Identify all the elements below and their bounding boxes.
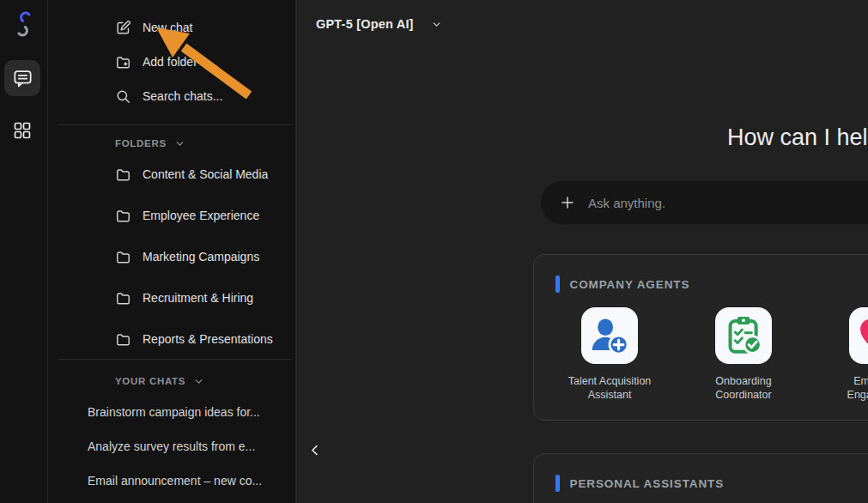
chat-title: Brainstorm campaign ideas for...	[88, 405, 260, 419]
folder-label: Employee Experience	[143, 209, 259, 222]
folder-label: Reports & Presentations	[143, 332, 273, 346]
folder-item[interactable]: Employee Experience	[48, 198, 295, 233]
model-selector-label: GPT-5 [Open AI]	[316, 17, 414, 31]
personal-assistants-title: PERSONAL ASSISTANTS	[570, 477, 725, 490]
folder-icon	[115, 167, 131, 183]
folder-plus-icon	[115, 54, 131, 70]
folder-item[interactable]: Recruitment & Hiring	[48, 281, 295, 315]
folder-label: Content & Social Media	[143, 167, 268, 181]
chevron-down-icon	[174, 138, 185, 149]
agent-employee-engagement[interactable]	[849, 307, 868, 364]
agent-label: Employee Engagement	[813, 374, 868, 402]
agent-label: Onboarding Coordinator	[679, 374, 808, 402]
chevron-left-icon	[308, 443, 323, 458]
folders-section-header[interactable]: FOLDERS	[115, 136, 185, 151]
folders-header-label: FOLDERS	[115, 138, 167, 148]
folder-icon	[115, 331, 131, 348]
chat-title: Analyze survey results from e...	[88, 439, 255, 453]
grid-icon	[12, 120, 33, 141]
company-agents-header: COMPANY AGENTS	[555, 276, 689, 293]
add-folder-button[interactable]: Add folder	[48, 45, 295, 79]
chat-input[interactable]: Ask anything.	[541, 181, 868, 224]
sidebar: New chat Add folder Search chats...	[48, 0, 296, 503]
chevron-down-icon	[193, 376, 204, 387]
edit-pencil-icon	[115, 20, 131, 36]
accent-bar	[555, 475, 560, 492]
folder-icon	[115, 208, 131, 224]
greeting-heading: How can I help	[727, 124, 868, 151]
search-chats-label: Search chats...	[143, 89, 222, 103]
chat-input-placeholder: Ask anything.	[588, 196, 665, 210]
personal-assistants-card: PERSONAL ASSISTANTS	[533, 453, 868, 503]
model-selector[interactable]: GPT-5 [Open AI]	[316, 17, 442, 31]
folder-item[interactable]: Marketing Campaigns	[48, 239, 295, 274]
agent-onboarding-coordinator[interactable]	[715, 307, 772, 364]
heart-icon	[855, 313, 868, 358]
clipboard-check-icon	[721, 313, 766, 358]
chat-item[interactable]: Analyze survey results from e...	[48, 429, 295, 464]
company-agents-title: COMPANY AGENTS	[570, 278, 690, 291]
personal-assistants-header: PERSONAL ASSISTANTS	[555, 475, 724, 492]
your-chats-header-label: YOUR CHATS	[115, 376, 185, 386]
search-icon	[115, 88, 131, 105]
sidebar-divider	[58, 124, 292, 125]
brand-logo-icon	[0, 9, 47, 39]
chat-title: Email announcement – new co...	[88, 474, 262, 488]
chat-item[interactable]: Brainstorm campaign ideas for...	[48, 395, 295, 429]
folder-item[interactable]: Content & Social Media	[48, 157, 295, 191]
new-chat-button[interactable]: New chat	[48, 10, 295, 45]
folder-item[interactable]: Reports & Presentations	[48, 322, 295, 356]
rail-chats-button[interactable]	[4, 60, 40, 96]
agent-talent-acquisition[interactable]	[581, 307, 638, 364]
sidebar-divider	[58, 359, 292, 360]
chevron-down-icon	[431, 19, 442, 30]
folder-icon	[115, 290, 131, 306]
folder-label: Recruitment & Hiring	[143, 291, 253, 305]
agent-label: Talent Acquisition Assistant	[545, 374, 674, 402]
your-chats-section-header[interactable]: YOUR CHATS	[115, 373, 204, 389]
folder-label: Marketing Campaigns	[143, 250, 259, 264]
accent-bar	[555, 276, 560, 293]
rail-apps-button[interactable]	[4, 112, 40, 148]
icon-rail	[0, 0, 48, 503]
plus-icon[interactable]	[560, 195, 575, 210]
company-agents-card: COMPANY AGENTS Talent Acquisition Assist…	[533, 254, 868, 421]
app-window: New chat Add folder Search chats...	[0, 0, 868, 503]
add-folder-label: Add folder	[143, 55, 197, 69]
person-plus-icon	[587, 313, 632, 358]
search-chats-button[interactable]: Search chats...	[48, 79, 295, 113]
chat-bubble-icon	[12, 68, 33, 89]
sidebar-collapse-button[interactable]	[304, 439, 326, 461]
chat-item[interactable]: Email announcement – new co...	[48, 464, 295, 498]
main-content: GPT-5 [Open AI] How can I help Ask anyth…	[296, 0, 868, 503]
new-chat-label: New chat	[143, 21, 192, 34]
folder-icon	[115, 249, 131, 265]
